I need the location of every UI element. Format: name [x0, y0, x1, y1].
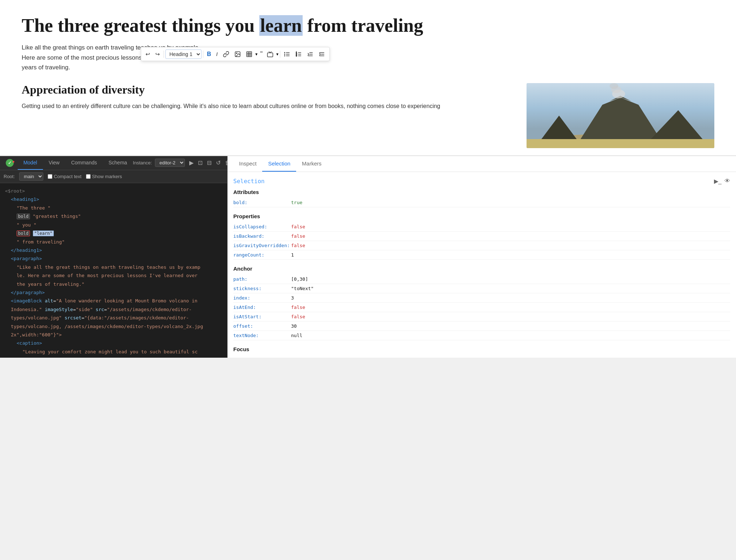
floating-toolbar: ↩ ↪ Heading 1 Heading 2 Paragraph B I [141, 47, 330, 61]
section-heading: Appreciation of diversity [22, 83, 516, 96]
media-chevron-icon: ▾ [276, 52, 278, 57]
text-the-three: "The three " [5, 204, 222, 212]
para-text: "Like all the great things on earth trav… [5, 263, 222, 271]
tab-schema[interactable]: Schema [103, 156, 133, 170]
media-button[interactable] [265, 49, 276, 59]
prop-row-textNode: textNode: null [233, 331, 730, 340]
prop-key-rangeCount: rangeCount: [233, 252, 291, 258]
show-markers-label[interactable]: Show markers [86, 174, 122, 179]
prop-val-isAtStart: false [291, 314, 305, 319]
panel-toolbar: Root: main Compact text Show markers [0, 170, 227, 183]
text-you: " you " [5, 221, 222, 229]
show-markers-checkbox[interactable] [86, 174, 91, 179]
svg-point-1 [236, 53, 237, 53]
svg-rect-2 [247, 52, 252, 57]
imageblock-attr-4: 2x",width:"600"}"> [5, 331, 222, 339]
para-text-2: le. Here are some of the most precious l… [5, 271, 222, 280]
prop-row-focus-path: path: [0,35] [233, 355, 730, 358]
prop-row-anchor-path: path: [0,30] [233, 275, 730, 284]
text-from-traveling: " from traveling" [5, 238, 222, 246]
selection-label: Selection [233, 178, 265, 185]
quote-button[interactable]: " [258, 49, 264, 59]
prop-key-anchor-path: path: [233, 276, 291, 282]
editor-content[interactable]: The three greatest things you learn from… [0, 0, 736, 155]
prop-val-isGravityOverridden: false [291, 243, 305, 248]
root-label: Root: [4, 174, 15, 179]
svg-point-12 [285, 54, 285, 55]
image-button[interactable] [232, 49, 243, 59]
svg-point-34 [610, 83, 618, 89]
prop-row-isCollapsed: isCollapsed: false [233, 222, 730, 232]
prop-key-stickness: stickness: [233, 286, 291, 291]
compact-text-label[interactable]: Compact text [48, 174, 82, 179]
panel-logo: ✓ ● [3, 159, 18, 167]
expand-button[interactable]: ⊡ [196, 159, 204, 167]
prop-val-isAtEnd: false [291, 305, 305, 310]
svg-text:3: 3 [296, 55, 297, 57]
instance-bar: Instance: editor-2 editor-1 ▶ ⊡ ⊟ ↺ 🗑 ∨ [133, 159, 241, 167]
prop-val-isCollapsed: false [291, 224, 305, 229]
bold-button[interactable]: B [205, 49, 213, 59]
tab-view[interactable]: View [43, 156, 65, 170]
heading-text-before: The three greatest things you [22, 15, 259, 36]
tab-selection[interactable]: Selection [262, 156, 296, 172]
selection-title-bar: Selection ▶_ 👁 [233, 178, 730, 185]
list-ul-button[interactable] [282, 49, 293, 59]
undo-button[interactable]: ↩ [143, 49, 152, 59]
instance-select[interactable]: editor-2 editor-1 [155, 159, 185, 167]
redo-button[interactable]: ↪ [153, 49, 162, 59]
properties-section: Properties isCollapsed: false isBackward… [233, 213, 730, 260]
instance-label: Instance: [133, 160, 152, 165]
root-open-tag: <$root> [5, 187, 222, 195]
tab-commands[interactable]: Commands [65, 156, 103, 170]
prop-val-isBackward: false [291, 233, 305, 239]
root-select[interactable]: main [19, 172, 43, 181]
paragraph-close-tag: </paragraph> [5, 288, 222, 297]
toolbar-divider-2 [203, 51, 203, 58]
tab-markers[interactable]: Markers [296, 156, 327, 172]
compact-text-checkbox[interactable] [48, 174, 52, 179]
outdent-button[interactable] [305, 49, 316, 59]
prop-row-index: index: 3 [233, 293, 730, 303]
imageblock-attr-1: Indonesia." imageStyle="side" src="/asse… [5, 305, 222, 314]
collapse-button[interactable]: ⊟ [205, 159, 213, 167]
refresh-button[interactable]: ↺ [215, 159, 222, 167]
section-icons: ▶_ 👁 [714, 178, 730, 185]
heading-text-after: from traveling [303, 15, 423, 36]
tab-model[interactable]: Model [18, 156, 43, 170]
focus-title: Focus [233, 346, 730, 352]
svg-point-13 [285, 55, 285, 56]
prop-row-offset: offset: 30 [233, 322, 730, 331]
italic-button[interactable]: I [214, 49, 220, 59]
prop-key-isAtStart: isAtStart: [233, 314, 291, 319]
caption-open-tag: <caption> [5, 339, 222, 347]
toolbar-divider-3 [280, 51, 280, 58]
table-button[interactable] [244, 49, 255, 59]
bold-greatest: bold "greatest things" [5, 212, 222, 221]
prop-val-offset: 30 [291, 323, 297, 329]
table-chevron-icon: ▾ [255, 52, 257, 57]
right-tabs: Inspect Selection Markers [228, 156, 736, 172]
execute-button[interactable]: ▶ [188, 159, 195, 167]
terminal-button[interactable]: ▶_ [714, 178, 722, 185]
heading-style-select[interactable]: Heading 1 Heading 2 Paragraph [165, 49, 202, 59]
link-button[interactable] [221, 49, 231, 59]
prop-row-isAtStart: isAtStart: false [233, 312, 730, 322]
bottom-panel: ✓ ● Model View Commands Schema Instance:… [0, 155, 736, 358]
heading1-close-tag: </heading1> [5, 246, 222, 254]
panel-tabs: ✓ ● Model View Commands Schema Instance:… [0, 156, 227, 170]
svg-rect-35 [527, 139, 714, 148]
right-panel: Inspect Selection Markers Selection ▶_ 👁… [228, 156, 736, 358]
indent-button[interactable] [316, 49, 327, 59]
prop-key-isAtEnd: isAtEnd: [233, 305, 291, 310]
editor-heading[interactable]: The three greatest things you learn from… [22, 14, 714, 37]
prop-key-isBackward: isBackward: [233, 233, 291, 239]
prop-key-isCollapsed: isCollapsed: [233, 224, 291, 229]
list-ol-button[interactable]: 1 2 3 [293, 49, 304, 59]
svg-point-11 [285, 52, 285, 53]
code-tree[interactable]: <$root> <heading1> "The three " bold "gr… [0, 183, 227, 358]
eye-button[interactable]: 👁 [724, 178, 730, 185]
prop-key-isGravityOverridden: isGravityOverridden: [233, 243, 291, 248]
tab-inspect[interactable]: Inspect [233, 156, 262, 172]
anchor-section: Anchor path: [0,30] stickness: "toNext" … [233, 266, 730, 340]
